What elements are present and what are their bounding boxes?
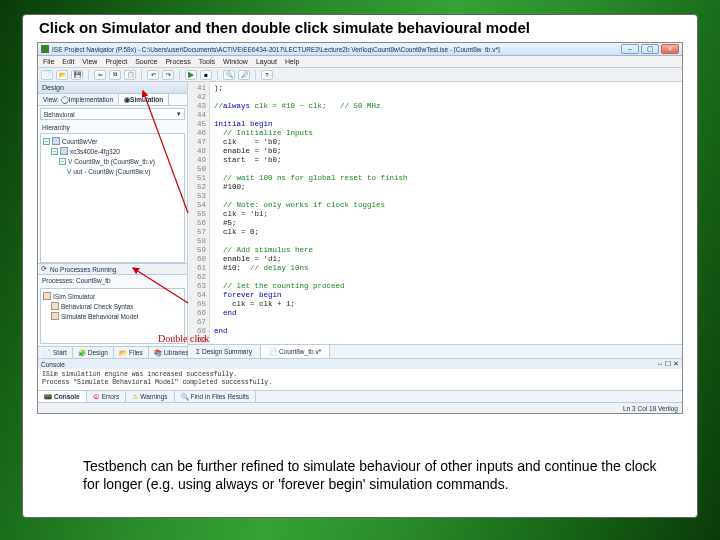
menu-process[interactable]: Process <box>165 58 190 65</box>
title-bar: ISE Project Navigator (P.58x) - C:\Users… <box>38 43 682 56</box>
toolbar: 📄 📂 💾 ✂ ⧉ 📋 ↶ ↷ ▶ ■ 🔍 🔎 ? <box>38 68 682 82</box>
console-line2: Process "Simulate Behavioral Model" comp… <box>42 379 678 387</box>
proc-simulate-behavioral: Simulate Behavioral Model <box>61 313 138 320</box>
instruction-text: Click on Simulator and then double click… <box>23 15 697 42</box>
console-line1: ISim simulation engine was increased suc… <box>42 371 678 379</box>
save-icon[interactable]: 💾 <box>71 70 83 80</box>
find-icon[interactable]: 🔎 <box>238 70 250 80</box>
left-tab-files[interactable]: 📂 Files <box>114 347 149 358</box>
console-title: Console <box>41 361 65 368</box>
help-icon[interactable]: ? <box>261 70 273 80</box>
sim-mode-dropdown[interactable]: Behavioral▾ <box>40 108 185 120</box>
menu-view[interactable]: View <box>82 58 97 65</box>
close-button[interactable]: × <box>661 44 679 54</box>
console-tab-warnings[interactable]: ⚠ Warnings <box>126 391 174 402</box>
undo-icon[interactable]: ↶ <box>147 70 159 80</box>
app-screenshot: ISE Project Navigator (P.58x) - C:\Users… <box>37 42 683 414</box>
menu-file[interactable]: File <box>43 58 54 65</box>
code-editor[interactable]: 41 42 43 44 45 46 47 48 49 50 51 52 53 5… <box>188 82 682 344</box>
menu-tools[interactable]: Tools <box>199 58 215 65</box>
console-pane: Console↔ ☐ ✕ ISim simulation engine was … <box>38 358 682 402</box>
view-tab-implementation[interactable]: View: ◯ Implementation <box>38 94 119 105</box>
no-processes-label: No Processes Running <box>50 266 116 273</box>
menu-window[interactable]: Window <box>223 58 248 65</box>
paste-icon[interactable]: 📋 <box>124 70 136 80</box>
tree-tb: Count8w_tb (Count8w_tb.v) <box>74 158 155 165</box>
menu-source[interactable]: Source <box>135 58 157 65</box>
code-lines[interactable]: ); //always clk = #10 ~ clk; // 50 MHz i… <box>210 82 682 344</box>
run-icon[interactable]: ▶ <box>185 70 197 80</box>
menu-bar: File Edit View Project Source Process To… <box>38 56 682 68</box>
line-gutter: 41 42 43 44 45 46 47 48 49 50 51 52 53 5… <box>188 82 210 344</box>
left-pane: Design View: ◯ Implementation ◉ Simulati… <box>38 82 188 358</box>
stop-icon[interactable]: ■ <box>200 70 212 80</box>
tree-device: xc3s400e-4fg320 <box>70 148 120 155</box>
zoom-in-icon[interactable]: 🔍 <box>223 70 235 80</box>
hierarchy-label: Hierarchy <box>38 122 187 133</box>
view-tab-simulation[interactable]: ◉ Simulation <box>119 94 169 105</box>
console-body[interactable]: ISim simulation engine was increased suc… <box>38 369 682 390</box>
hierarchy-tree[interactable]: –Count8wVer –xc3s400e-4fg320 –VCount8w_t… <box>40 133 185 263</box>
menu-layout[interactable]: Layout <box>256 58 277 65</box>
processes-label: Processes: Count8w_tb <box>38 275 187 286</box>
proc-check-syntax: Behavioral Check Syntax <box>61 303 134 310</box>
editor-tab-file[interactable]: 📄 Count8w_tb.v* <box>261 345 330 358</box>
editor-tab-summary[interactable]: Σ Design Summary <box>188 345 261 358</box>
menu-project[interactable]: Project <box>105 58 127 65</box>
console-buttons[interactable]: ↔ ☐ ✕ <box>657 360 679 368</box>
menu-edit[interactable]: Edit <box>62 58 74 65</box>
proc-isim: ISim Simulator <box>53 293 95 300</box>
window-title: ISE Project Navigator (P.58x) - C:\Users… <box>52 46 621 53</box>
open-icon[interactable]: 📂 <box>56 70 68 80</box>
menu-help[interactable]: Help <box>285 58 299 65</box>
tree-uut: uut - Count8w (Count8w.v) <box>73 168 150 175</box>
status-bar: Ln 3 Col 18 Verilog <box>38 402 682 413</box>
design-pane-title: Design <box>38 82 187 94</box>
footer-text: Testbench can be further refined to simu… <box>83 458 657 493</box>
console-tab-errors[interactable]: ⮾ Errors <box>87 391 127 402</box>
double-click-label: Double click <box>158 333 209 344</box>
maximize-button[interactable]: ▢ <box>641 44 659 54</box>
console-tab-console[interactable]: 📟 Console <box>38 391 87 402</box>
running-icon: ⟳ <box>41 265 47 273</box>
left-tab-start[interactable]: 📄 Start <box>38 347 73 358</box>
minimize-button[interactable]: – <box>621 44 639 54</box>
left-tab-design[interactable]: 🧩 Design <box>73 347 114 358</box>
new-icon[interactable]: 📄 <box>41 70 53 80</box>
redo-icon[interactable]: ↷ <box>162 70 174 80</box>
copy-icon[interactable]: ⧉ <box>109 70 121 80</box>
cut-icon[interactable]: ✂ <box>94 70 106 80</box>
tree-project: Count8wVer <box>62 138 97 145</box>
editor-pane: 41 42 43 44 45 46 47 48 49 50 51 52 53 5… <box>188 82 682 358</box>
app-icon <box>41 45 49 53</box>
console-tab-find[interactable]: 🔍 Find in Files Results <box>175 391 257 402</box>
